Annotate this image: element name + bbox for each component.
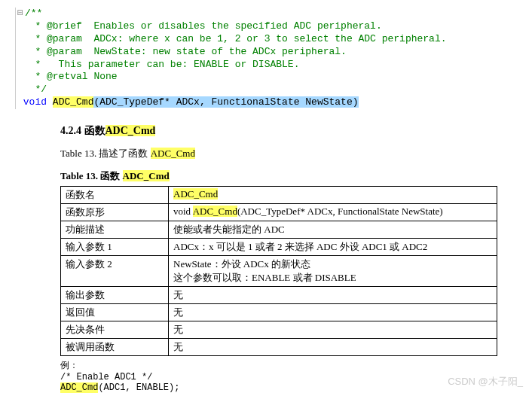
- cell-value: 无: [169, 304, 497, 321]
- cell-label: 输入参数 1: [61, 239, 169, 256]
- example-call-rest: (ADC1, ENABLE);: [98, 382, 179, 393]
- doc-comment-line: * @param ADCx: where x can be 1, 2 or 3 …: [23, 33, 447, 44]
- doc-comment-line: * @param NewState: new state of the ADCx…: [23, 46, 347, 57]
- cell-label: 函数原形: [61, 204, 169, 221]
- table-row: 被调用函数 无: [61, 339, 497, 356]
- cell-label: 返回值: [61, 304, 169, 321]
- keyword-void: void: [23, 96, 47, 108]
- fn-name: ADC_Cmd: [173, 188, 218, 200]
- fold-gutter-icon: ⊟: [17, 8, 25, 20]
- cell-value: 无: [169, 321, 497, 339]
- cell-label: 输入参数 2: [61, 256, 169, 287]
- section-heading: 4.2.4 函数ADC_Cmd: [60, 124, 517, 138]
- doc-comment-open: /**: [25, 8, 42, 19]
- watermark: CSDN @木子阳_: [448, 375, 523, 388]
- table-caption-sentence: Table 13. 描述了函数 ADC_Cmd: [60, 147, 517, 160]
- caption-pre: Table 13. 描述了函数: [60, 148, 151, 159]
- section-name: ADC_Cmd: [105, 125, 156, 136]
- cell-label: 函数名: [61, 187, 169, 204]
- table-row: 先决条件 无: [61, 321, 497, 339]
- cell-value: 无: [169, 339, 497, 356]
- cell-label: 被调用函数: [61, 339, 169, 356]
- cell-value: ADC_Cmd: [169, 187, 497, 204]
- cell-label: 先决条件: [61, 321, 169, 339]
- fn-name: ADC_Cmd: [193, 206, 237, 217]
- table-row: 函数名 ADC_Cmd: [61, 187, 497, 204]
- doc-comment-line: * This parameter can be: ENABLE or DISAB…: [23, 59, 300, 70]
- caption-hl: ADC_Cmd: [151, 148, 195, 159]
- table-row: 输入参数 1 ADCx：x 可以是 1 或者 2 来选择 ADC 外设 ADC1…: [61, 239, 497, 256]
- cell-value: void ADC_Cmd(ADC_TypeDef* ADCx, Function…: [169, 204, 497, 221]
- example-comment: /* Enable ADC1 */: [60, 372, 152, 382]
- function-info-table: 函数名 ADC_Cmd 函数原形 void ADC_Cmd(ADC_TypeDe…: [60, 186, 497, 356]
- doc-comment-line: * @retval None: [23, 71, 118, 82]
- doc-comment-close: */: [23, 84, 47, 95]
- cell-value: 使能或者失能指定的 ADC: [169, 221, 497, 239]
- cell-value: 无: [169, 287, 497, 304]
- code-block: ⊟/** * @brief Enables or disables the sp…: [15, 8, 517, 109]
- doc-comment-line: * @brief Enables or disables the specifi…: [23, 20, 382, 32]
- table-caption-hl: ADC_Cmd: [123, 170, 170, 181]
- example-fn: ADC_Cmd: [60, 382, 98, 393]
- table-caption-pre: Table 13. 函数: [60, 170, 123, 181]
- table-row: 返回值 无: [61, 304, 497, 321]
- table-caption: Table 13. 函数 ADC_Cmd: [60, 169, 517, 183]
- cell-label: 功能描述: [61, 221, 169, 239]
- function-name: ADC_Cmd: [53, 96, 94, 108]
- section-prefix: 函数: [84, 125, 105, 136]
- section-number: 4.2.4: [60, 125, 81, 136]
- function-args: (ADC_TypeDef* ADCx, FunctionalState NewS…: [93, 96, 358, 108]
- table-row: 输出参数 无: [61, 287, 497, 304]
- cell-value: NewState：外设 ADCx 的新状态 这个参数可以取：ENABLE 或者 …: [169, 256, 497, 287]
- table-row: 函数原形 void ADC_Cmd(ADC_TypeDef* ADCx, Fun…: [61, 204, 497, 221]
- table-row: 输入参数 2 NewState：外设 ADCx 的新状态 这个参数可以取：ENA…: [61, 256, 497, 287]
- example-head: 例：: [60, 361, 78, 371]
- table-row: 功能描述 使能或者失能指定的 ADC: [61, 221, 497, 239]
- cell-label: 输出参数: [61, 287, 169, 304]
- cell-value: ADCx：x 可以是 1 或者 2 来选择 ADC 外设 ADC1 或 ADC2: [169, 239, 497, 256]
